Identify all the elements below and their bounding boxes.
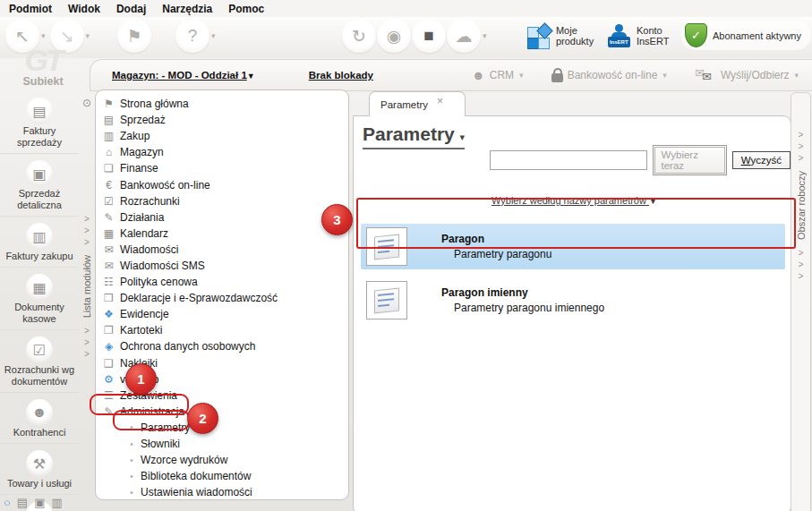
tab-parametry[interactable]: Parametry ×: [369, 91, 466, 116]
wybierz-teraz-button[interactable]: Wybierz teraz: [653, 145, 727, 175]
tree-item-polityka-cenowa[interactable]: ☷Polityka cenowa: [101, 274, 345, 290]
bullet-icon: •: [126, 488, 137, 498]
chevron-right-icon[interactable]: >: [799, 270, 804, 282]
mini-basket-icon[interactable]: ▣: [34, 496, 45, 509]
tree-item-sprzedaz[interactable]: ▤Sprzedaż: [101, 112, 345, 128]
mini-sales-icon[interactable]: ▤: [17, 496, 28, 509]
wyslij-dropdown-icon: ▾: [794, 71, 799, 80]
tree-item-zakup[interactable]: ▥Zakup: [101, 128, 345, 144]
tree-item-label: Wiadomości SMS: [120, 260, 205, 272]
wyczysc-button[interactable]: Wyczyść: [732, 151, 791, 169]
sidebar-item-kontrahenci[interactable]: ☻ Kontrahenci: [0, 399, 79, 444]
tree-item-ochrona-danych[interactable]: ◈Ochrona danych osobowych: [101, 338, 345, 354]
refresh-button[interactable]: ↻: [342, 19, 376, 53]
crm-label: CRM: [490, 69, 514, 81]
globe-button[interactable]: ◉: [377, 19, 411, 53]
chevron-right-icon[interactable]: >: [799, 129, 804, 141]
menu-podmiot[interactable]: Podmiot: [9, 3, 52, 15]
tab-close-icon[interactable]: ×: [437, 95, 443, 107]
chevron-right-icon[interactable]: >: [84, 225, 90, 236]
chevron-right-icon[interactable]: >: [799, 152, 804, 164]
menu-dodaj[interactable]: Dodaj: [116, 3, 146, 15]
mini-box-icon[interactable]: ▥: [51, 496, 62, 509]
moje-produkty-button[interactable]: Moje produkty: [527, 24, 599, 47]
menu-widok[interactable]: Widok: [68, 3, 100, 15]
module-list-strip: ⊙ > > > Lista modułów > > >: [79, 89, 95, 500]
filter-by-name-link[interactable]: Wybierz według nazwy parametrów ▼: [491, 195, 657, 206]
gt-logo: GT: [0, 47, 86, 73]
menu-pomoc[interactable]: Pomoc: [228, 3, 264, 15]
cloud-services-button[interactable]: ☁: [447, 19, 481, 53]
tree-item-parametry[interactable]: •Parametry: [101, 420, 345, 436]
abonament-button[interactable]: ✓ Abonament aktywny: [681, 21, 810, 50]
tree-item-wzorce-wydrukow[interactable]: •Wzorce wydruków: [101, 452, 345, 468]
globe-icon: ◉: [387, 26, 402, 47]
chevron-right-icon[interactable]: >: [84, 236, 90, 248]
list-item-subtitle: Parametry paragonu imiennego: [454, 302, 604, 314]
tree-item-wiadomosci-sms[interactable]: ✉Wiadomości SMS: [101, 258, 345, 274]
cloud-dropdown-icon[interactable]: ▾: [483, 31, 487, 40]
tree-item-label: Magazyn: [120, 146, 164, 158]
tree-item-bankowosc-on-line[interactable]: €Bankowość on-line: [101, 176, 345, 192]
crm-menu[interactable]: ☻ CRM ▾: [472, 68, 528, 82]
tree-item-biblioteka-dokumentow[interactable]: •Biblioteka dokumentów: [101, 468, 345, 484]
tree-item-ewidencje[interactable]: ❖Ewidencje: [101, 306, 345, 322]
sidebar-item-rozrachunki[interactable]: ☑ Rozrachunki wg dokumentów: [0, 336, 79, 393]
help-dropdown-icon[interactable]: ▾: [211, 31, 216, 40]
tree-item-slowniki[interactable]: •Słowniki: [101, 436, 345, 452]
pin-icon[interactable]: ⊙: [82, 97, 91, 109]
sidebar-item-towary-uslugi[interactable]: ⚒ Towary i usługi: [0, 450, 79, 495]
menu-narzedzia[interactable]: Narzędzia: [162, 3, 212, 15]
contractors-person-icon: ☻: [26, 399, 53, 426]
cube-button[interactable]: ■: [412, 19, 446, 53]
wyslij-odbierz-menu[interactable]: ✉✉ Wyślij/Odbierz ▾: [695, 68, 803, 82]
tree-item-strona-glowna[interactable]: ⚑Strona główna: [101, 96, 345, 112]
declarations-icon: ❒: [101, 292, 116, 304]
sidebar-item-faktury-sprzedazy[interactable]: ▤ Faktury sprzedaży: [0, 98, 79, 154]
chevron-right-icon[interactable]: >: [799, 141, 804, 152]
tree-item-label: Ewidencje: [120, 308, 169, 320]
page-title[interactable]: Parametry ▾: [363, 123, 465, 149]
brak-blokady-link[interactable]: Brak blokady: [309, 70, 373, 81]
mini-home-icon[interactable]: ○: [4, 496, 11, 509]
document-pen-icon: [366, 281, 407, 319]
chevron-right-icon[interactable]: >: [84, 325, 90, 336]
lock-icon: [551, 73, 563, 82]
tree-item-kalendarz[interactable]: ▦Kalendarz: [101, 226, 345, 242]
sidebar-item-faktury-zakupu[interactable]: ▥ Faktury zakupu: [0, 223, 79, 268]
tree-item-finanse[interactable]: ❏Finanse: [101, 160, 345, 176]
forward-dropdown-icon[interactable]: ▾: [86, 31, 90, 40]
chevron-right-icon[interactable]: >: [799, 247, 804, 259]
back-dropdown-icon[interactable]: ▾: [41, 31, 46, 40]
sidebar-item-label: Faktury sprzedaży: [0, 125, 79, 149]
parameter-search-input[interactable]: [490, 150, 647, 170]
sidebar-item-dokumenty-kasowe[interactable]: ▦ Dokumenty kasowe: [0, 274, 79, 330]
tree-item-ustawienia-wiadomosci[interactable]: •Ustawienia wiadomości: [101, 484, 345, 500]
tree-item-deklaracje[interactable]: ❒Deklaracje i e-Sprawozdawczość: [101, 290, 345, 306]
chevron-right-icon[interactable]: >: [84, 348, 90, 360]
flag-button[interactable]: ⚑: [117, 19, 151, 53]
list-item-paragon-imienny[interactable]: Paragon imienny Parametry paragonu imien…: [361, 277, 785, 323]
sidebar-item-label: Towary i usługi: [7, 478, 72, 490]
tree-item-magazyn[interactable]: ⌂Magazyn: [101, 144, 345, 160]
bankowosc-menu[interactable]: Bankowość on-line ▾: [551, 69, 671, 82]
sms-icon: ✉: [101, 260, 116, 272]
app-logo: GT Subiekt: [0, 47, 86, 88]
finance-icon: ❏: [101, 162, 116, 175]
tree-item-wiadomosci[interactable]: ✉Wiadomości: [101, 242, 345, 258]
magazyn-selector-link[interactable]: Magazyn: - MOD - Oddział 1▼: [112, 70, 255, 81]
tree-item-dzialania[interactable]: ✎Działania: [101, 209, 345, 226]
sidebar-item-label: Faktury zakupu: [5, 251, 73, 262]
chevron-right-icon[interactable]: >: [84, 336, 90, 348]
tree-item-administracja[interactable]: ✎Administracja: [101, 404, 345, 420]
workspace-strip: > > > Obszar roboczy > > >: [791, 92, 811, 511]
konto-insert-button[interactable]: InsERT Konto InsERT: [608, 24, 672, 47]
tree-item-kartoteki[interactable]: ❐Kartoteki: [101, 322, 345, 338]
flag-icon: ⚑: [127, 26, 142, 47]
tree-item-rozrachunki[interactable]: ☑Rozrachunki: [101, 193, 345, 209]
chevron-right-icon[interactable]: >: [799, 259, 804, 270]
list-item-paragon[interactable]: Paragon Parametry paragonu: [361, 224, 785, 269]
chevron-right-icon[interactable]: >: [84, 213, 90, 225]
sidebar-item-sprzedaz-detaliczna[interactable]: ▣ Sprzedaż detaliczna: [0, 160, 79, 217]
help-button[interactable]: ?: [175, 19, 209, 53]
